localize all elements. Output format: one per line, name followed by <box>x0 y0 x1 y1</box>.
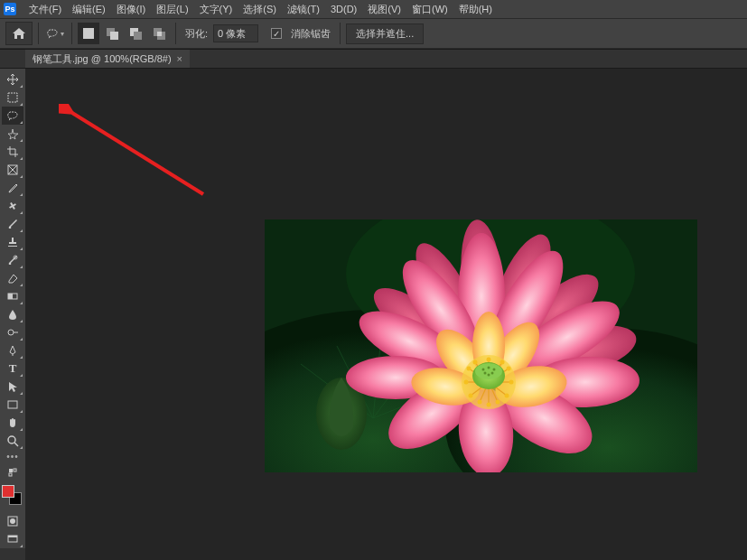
move-tool[interactable] <box>2 70 23 89</box>
color-swatches[interactable] <box>2 485 23 507</box>
svg-point-81 <box>484 372 487 375</box>
app-logo: Ps <box>4 3 16 15</box>
fg-color[interactable] <box>2 485 14 498</box>
svg-point-70 <box>500 360 505 365</box>
svg-point-74 <box>487 358 491 362</box>
svg-rect-18 <box>9 469 13 472</box>
separator <box>175 23 176 44</box>
svg-rect-8 <box>8 93 17 102</box>
menu-window[interactable]: 窗口(W) <box>406 1 453 18</box>
current-tool-icon[interactable]: ▾ <box>44 23 66 44</box>
svg-point-65 <box>467 367 472 371</box>
menu-file[interactable]: 文件(F) <box>23 1 67 18</box>
separator <box>340 23 341 44</box>
menu-help[interactable]: 帮助(H) <box>453 1 498 18</box>
svg-point-17 <box>8 436 15 443</box>
svg-rect-0 <box>83 28 94 39</box>
svg-point-82 <box>491 372 494 375</box>
svg-point-22 <box>10 518 15 524</box>
menu-3d[interactable]: 3D(D) <box>325 2 362 16</box>
path-select-tool[interactable] <box>2 378 23 396</box>
heal-tool[interactable] <box>2 197 23 215</box>
svg-rect-7 <box>157 32 162 36</box>
document-image <box>265 219 697 472</box>
canvas-area[interactable] <box>25 69 747 560</box>
home-button[interactable] <box>5 22 33 45</box>
svg-rect-14 <box>8 294 13 299</box>
svg-point-83 <box>488 374 490 377</box>
menu-bar: Ps 文件(F) 编辑(E) 图像(I) 图层(L) 文字(Y) 选择(S) 滤… <box>0 0 747 18</box>
svg-point-78 <box>482 369 485 371</box>
antialias-checkbox[interactable] <box>271 28 282 39</box>
menu-edit[interactable]: 编辑(E) <box>67 1 111 18</box>
tool-bar: T ••• <box>0 69 25 548</box>
dodge-tool[interactable] <box>2 323 23 341</box>
svg-rect-2 <box>110 32 118 40</box>
blur-tool[interactable] <box>2 305 23 323</box>
selection-subtract[interactable] <box>125 23 146 44</box>
svg-point-68 <box>505 394 509 398</box>
document-tabs: 钢笔工具.jpg @ 100%(RGB/8#) × <box>0 49 747 69</box>
svg-point-64 <box>507 367 511 371</box>
menu-filter[interactable]: 滤镜(T) <box>282 1 325 18</box>
svg-rect-16 <box>8 401 17 408</box>
menu-select[interactable]: 选择(S) <box>238 1 282 18</box>
svg-point-69 <box>469 394 473 398</box>
tab-close-button[interactable]: × <box>177 53 182 64</box>
gradient-tool[interactable] <box>2 287 23 305</box>
quick-select-tool[interactable] <box>2 125 23 143</box>
separator <box>38 23 39 44</box>
svg-point-80 <box>493 369 496 371</box>
feather-label: 羽化: <box>185 27 208 41</box>
home-icon <box>12 27 26 40</box>
svg-rect-19 <box>14 469 16 471</box>
hand-tool[interactable] <box>2 414 23 432</box>
document-tab[interactable]: 钢笔工具.jpg @ 100%(RGB/8#) × <box>25 50 190 68</box>
svg-point-67 <box>464 380 469 385</box>
svg-point-71 <box>473 360 478 365</box>
zoom-tool[interactable] <box>2 432 23 450</box>
selection-intersect[interactable] <box>148 23 170 44</box>
eraser-tool[interactable] <box>2 269 23 287</box>
svg-rect-4 <box>134 32 142 40</box>
svg-point-75 <box>487 403 491 407</box>
menu-view[interactable]: 视图(V) <box>362 1 406 18</box>
lasso-tool[interactable] <box>2 107 23 125</box>
menu-type[interactable]: 文字(Y) <box>194 1 238 18</box>
selection-new[interactable] <box>78 23 99 44</box>
svg-point-72 <box>496 400 500 405</box>
pen-tool[interactable] <box>2 341 23 359</box>
brush-tool[interactable] <box>2 215 23 233</box>
svg-rect-11 <box>10 202 15 210</box>
svg-point-73 <box>478 400 482 405</box>
marquee-tool[interactable] <box>2 89 23 107</box>
shape-tool[interactable] <box>2 396 23 414</box>
eyedropper-tool[interactable] <box>2 179 23 197</box>
type-tool[interactable]: T <box>2 359 23 378</box>
svg-point-66 <box>509 380 514 385</box>
antialias-label: 消除锯齿 <box>291 27 331 41</box>
tab-title: 钢笔工具.jpg @ 100%(RGB/8#) <box>33 52 172 66</box>
menu-layer[interactable]: 图层(L) <box>151 1 193 18</box>
frame-tool[interactable] <box>2 161 23 179</box>
stamp-tool[interactable] <box>2 233 23 251</box>
options-bar: ▾ 羽化: 消除锯齿 选择并遮住... <box>0 18 747 49</box>
feather-input[interactable] <box>213 24 258 42</box>
more-tools[interactable]: ••• <box>6 452 19 462</box>
svg-point-77 <box>475 363 502 379</box>
history-brush-tool[interactable] <box>2 251 23 269</box>
select-mask-button[interactable]: 选择并遮住... <box>346 23 424 44</box>
selection-add[interactable] <box>101 23 123 44</box>
screen-mode[interactable] <box>2 530 23 548</box>
svg-point-15 <box>8 330 14 335</box>
svg-rect-24 <box>8 536 17 537</box>
lasso-icon <box>46 28 61 39</box>
quick-mask[interactable] <box>2 512 23 530</box>
separator <box>71 23 72 44</box>
svg-point-79 <box>488 367 490 369</box>
crop-tool[interactable] <box>2 143 23 161</box>
menu-image[interactable]: 图像(I) <box>111 1 151 18</box>
svg-rect-20 <box>9 473 12 476</box>
edit-toolbar[interactable] <box>2 463 23 481</box>
